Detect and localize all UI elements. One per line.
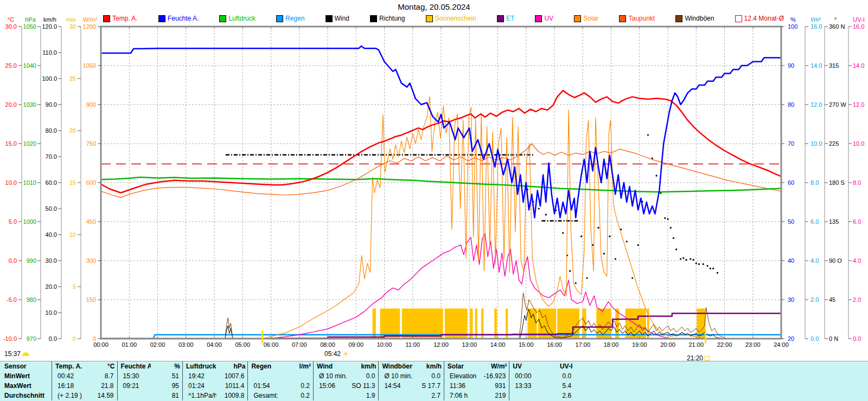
sensor-avg-value: 14.59 — [86, 391, 117, 400]
svg-text:6.0: 6.0 — [810, 218, 819, 225]
sensor-min-time: 00:42 — [52, 371, 86, 381]
svg-text:5.0: 5.0 — [9, 218, 17, 225]
svg-text:15.0: 15.0 — [5, 140, 17, 147]
svg-text:07:00: 07:00 — [292, 341, 307, 348]
svg-text:90 O: 90 O — [829, 257, 842, 264]
svg-text:225: 225 — [829, 140, 839, 147]
wind-direction-dot — [538, 208, 540, 209]
svg-text:-5.0: -5.0 — [7, 296, 17, 303]
svg-text:11:00: 11:00 — [405, 341, 420, 348]
svg-text:30.0: 30.0 — [46, 257, 57, 264]
sunrise-icon: ☀ — [342, 351, 349, 357]
sensor-avg-value: 1.9 — [347, 391, 379, 400]
sensor-min-time: 19:42 — [182, 371, 216, 381]
sensor-avg-value: 0.2 — [282, 391, 313, 400]
sunrise-marker: 05:42 ☀ — [324, 350, 349, 358]
svg-text:12.0: 12.0 — [810, 101, 822, 108]
svg-text:90.0: 90.0 — [46, 101, 57, 108]
svg-text:970: 970 — [27, 335, 36, 342]
sensor-min-value: 51 — [151, 371, 182, 381]
sensor-name: Regen — [248, 361, 282, 371]
svg-text:°C: °C — [8, 16, 14, 23]
wind-direction-dot — [690, 258, 691, 260]
moonrise-marker: 15:37 — [4, 350, 29, 358]
svg-text:0.0: 0.0 — [49, 335, 57, 342]
sensor-max-value: 1011.4 — [216, 381, 248, 391]
sensor-avg-time — [379, 391, 412, 400]
table-row: MinWert00:428.715:305119:421007.6Ø 10 mi… — [0, 371, 868, 381]
svg-text:0 N: 0 N — [829, 335, 838, 342]
svg-text:80.0: 80.0 — [46, 127, 57, 134]
svg-text:05:00: 05:00 — [235, 341, 250, 348]
wind-direction-dot — [675, 249, 677, 250]
sensor-max-value: 931 — [478, 381, 509, 391]
sensor-min-time: 00:00 — [509, 371, 543, 381]
sensor-max-time: 13:33 — [509, 381, 543, 391]
svg-text:1020: 1020 — [23, 140, 36, 147]
svg-text:17:00: 17:00 — [575, 341, 590, 348]
svg-text:0.0: 0.0 — [810, 335, 819, 342]
svg-text:10:00: 10:00 — [377, 341, 392, 348]
svg-text:180 S: 180 S — [829, 179, 845, 186]
row-header: Sensor — [0, 361, 52, 371]
sensor-max-value: S 17.7 — [412, 381, 444, 391]
weather-station-window: Montag, 20.05.2024 Temp. A.Feuchte A.Luf… — [0, 0, 868, 401]
wind-direction-dot — [670, 227, 672, 229]
sensor-name: UV — [509, 361, 543, 371]
wind-direction-dot — [673, 237, 674, 239]
svg-text:hPa: hPa — [25, 16, 36, 23]
wind-direction-dot — [620, 229, 622, 230]
wind-direction-dot — [637, 244, 639, 246]
wind-direction-dot — [586, 277, 588, 279]
svg-text:22:00: 22:00 — [717, 341, 732, 348]
svg-text:°: ° — [834, 16, 837, 23]
sensor-max-time: 11:36 — [444, 381, 477, 391]
svg-text:600: 600 — [86, 179, 96, 186]
plot-area — [101, 27, 781, 339]
wind-direction-dot — [631, 277, 633, 279]
sensor-max-time: 15:06 — [313, 381, 347, 391]
sensor-max-value: 0.2 — [282, 381, 313, 391]
svg-text:10.0: 10.0 — [853, 140, 864, 147]
sensor-avg-value: 2.6 — [543, 391, 575, 400]
sensor-min-time: Elevation — [444, 371, 477, 381]
sensor-min-time — [248, 371, 282, 381]
svg-text:1000: 1000 — [23, 218, 36, 225]
sensor-min-value — [282, 371, 313, 381]
sensor-name: Windböen — [379, 361, 412, 371]
svg-text:110.0: 110.0 — [42, 49, 57, 56]
wind-direction-dot — [717, 272, 718, 274]
svg-text:14.0: 14.0 — [810, 62, 822, 69]
sensor-min-time: 15:30 — [117, 371, 151, 381]
svg-text:16:00: 16:00 — [547, 341, 562, 348]
row-header: MaxWert — [0, 381, 52, 391]
table-row: SensorTemp. A.°CFeuchte A.%LuftdruckhPaR… — [0, 361, 868, 371]
wind-direction-dot — [626, 241, 628, 242]
sensor-unit: % — [151, 361, 182, 371]
svg-text:6.0: 6.0 — [853, 218, 861, 225]
svg-text:2.0: 2.0 — [853, 296, 861, 303]
svg-text:10.0: 10.0 — [810, 140, 822, 147]
sensor-max-value: 5.4 — [543, 381, 575, 391]
svg-text:25.0: 25.0 — [5, 62, 17, 69]
svg-text:12.0: 12.0 — [853, 101, 864, 108]
svg-text:135: 135 — [829, 218, 839, 225]
sensor-avg-value: 81 — [151, 391, 182, 400]
svg-text:l/m²: l/m² — [811, 16, 821, 23]
sunrise-time: 05:42 — [324, 350, 341, 358]
sensor-avg-value: 219 — [478, 391, 509, 400]
svg-text:08:00: 08:00 — [320, 341, 335, 348]
svg-text:8.0: 8.0 — [853, 179, 861, 186]
svg-text:315: 315 — [829, 62, 839, 69]
wind-direction-dot — [575, 282, 577, 284]
sensor-unit: l/m² — [282, 361, 313, 371]
row-header: Durchschnitt — [0, 391, 52, 400]
svg-text:18:00: 18:00 — [604, 341, 619, 348]
sensor-max-time: 01:24 — [182, 381, 216, 391]
svg-text:900: 900 — [86, 101, 96, 108]
sensor-avg-time — [509, 391, 543, 400]
svg-text:13:00: 13:00 — [462, 341, 477, 348]
wind-direction-dot — [569, 270, 571, 272]
svg-text:1050: 1050 — [23, 23, 36, 30]
svg-text:30: 30 — [69, 23, 76, 30]
